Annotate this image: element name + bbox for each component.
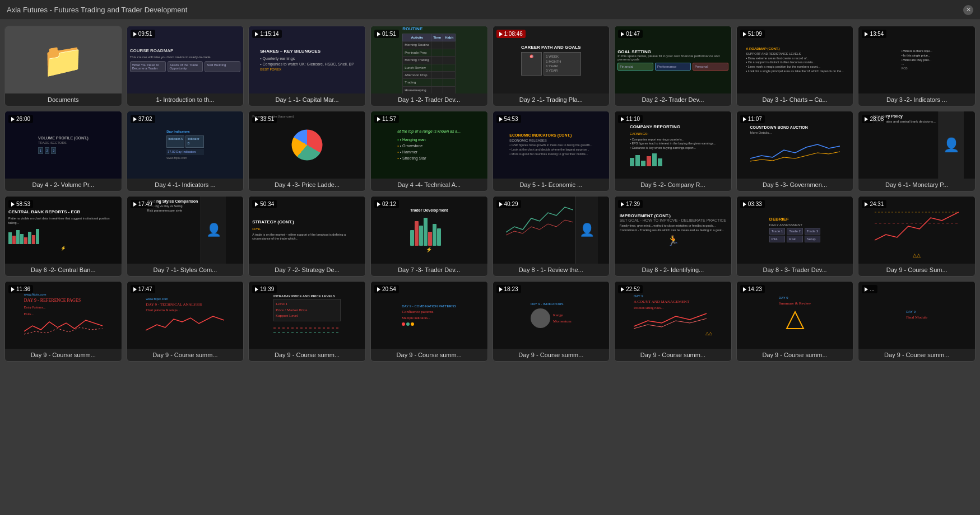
duration-badge: 22:52 [618, 285, 643, 293]
duration-badge: 09:51 [131, 30, 155, 38]
list-item[interactable]: 33:51 Presenter visible (face cam) Day 4… [248, 111, 366, 191]
thumbnail-preview: 09:51 COURSE ROADMAP This course will ta… [127, 26, 244, 93]
item-label: Day 9 - Course summ... [5, 349, 122, 361]
list-item[interactable]: 11:07 COUNTDOWN BOND AUCTION More Detail… [736, 111, 854, 191]
item-label: Day 9 - Course summ... [737, 349, 853, 361]
thumbnail-preview: 28:08 Monetary Policy Interest rates and… [858, 111, 975, 179]
item-label: Day 9 - Course summ... [493, 349, 610, 361]
play-icon [621, 202, 624, 207]
item-label: Day 8 - 2- Identifying... [615, 264, 731, 276]
list-item[interactable]: 11:57 at the top of a range is known as … [370, 111, 488, 191]
list-item[interactable]: 17:47 www.fitpix.com DAY 9 - TECHNICAL A… [127, 281, 244, 362]
play-icon [255, 287, 258, 292]
play-icon [743, 117, 746, 121]
item-label: Day 8 - 3- Trader Dev... [737, 264, 853, 276]
list-item[interactable]: 14:23 DAY 9 Summary & Review Day 9 - Cou… [736, 281, 854, 362]
play-icon [743, 287, 746, 292]
title-bar: Axia Futures - Futures Trading and Trade… [0, 0, 980, 20]
play-icon [133, 287, 137, 292]
item-label: Day 9 - Course summ... [615, 349, 731, 361]
thumbnail-preview: 17:39 IMPROVEMENT (CONT.) SET GOAL - HOW… [615, 196, 731, 264]
play-icon [11, 287, 15, 292]
list-item[interactable]: 11:10 COMPANY REPORTING EARNINGS: • Comp… [614, 111, 732, 191]
duration-badge: 18:23 [496, 285, 521, 293]
play-icon [11, 202, 15, 207]
thumbnail-preview: 1:15:14 SHARES – KEY BILUNGCES • Quarter… [249, 26, 365, 93]
list-item[interactable]: 02:12 Trader Development ⚡ Day 7 -3- Tra… [370, 196, 488, 277]
thumbnail-preview: 📁 [5, 26, 122, 93]
list-item[interactable]: ... DAY 9 Final Module Day 9 - Course su… [858, 281, 976, 362]
list-item[interactable]: 22:52 DAY 9 A COUNT AND MANAGEMENT Posit… [614, 281, 732, 362]
list-item[interactable]: 58:53 CENTRAL BANK REPORTS - ECB Pattern… [4, 196, 122, 277]
list-item[interactable]: 11:36 www.fitpix.com DAY 9 - REFERENCE P… [4, 281, 122, 362]
close-button[interactable]: ✕ [963, 5, 973, 15]
thumbnail-preview: 01:51 ROUTINE ActivityTimeHabit Morning … [371, 26, 487, 93]
list-item[interactable]: 54:53 ECONOMIC INDICATORS (CONT.) ECONOM… [493, 111, 610, 191]
play-icon [499, 202, 503, 207]
play-icon [133, 202, 137, 207]
list-item[interactable]: 20:54 DAY 9 - COMBINATION PATTERNS Confl… [370, 281, 488, 362]
item-label: Day 2 -2- Trader Dev... [615, 93, 731, 106]
thumbnail-preview: 17:47 www.fitpix.com DAY 9 - TECHNICAL A… [127, 282, 244, 349]
list-item[interactable]: 51:09 A ROADMAP (CONT.) SUPPORT AND RESI… [736, 26, 854, 106]
thumbnail-preview: 03:33 DEBRIEF DAILY ASSESSMENT Trade 1 T… [737, 196, 853, 264]
list-item[interactable]: 01:47 GOAL SETTING In this space below, … [614, 26, 732, 106]
list-item[interactable]: 1:08:46 CAREER PATH AND GOALS 🎯 1 WEEK1 … [493, 26, 610, 106]
duration-badge: 11:10 [618, 115, 643, 123]
thumbnail-preview: 26:00 VOLUME PROFILE (CONT.) TRADE SECTO… [5, 111, 122, 179]
list-item[interactable]: 26:00 VOLUME PROFILE (CONT.) TRADE SECTO… [4, 111, 122, 191]
item-label: Day 5 -2- Company R... [615, 179, 731, 191]
list-item[interactable]: 24:31 △△ Day 9 - Course Sum... [858, 196, 976, 277]
thumbnail-preview: 54:53 ECONOMIC INDICATORS (CONT.) ECONOM… [493, 111, 610, 179]
thumbnail-preview: 19:39 INTRADAY PRICE AND PRICE LEVELS Le… [249, 282, 365, 349]
play-icon [621, 117, 624, 121]
thumbnail-preview: 51:09 A ROADMAP (CONT.) SUPPORT AND RESI… [737, 26, 853, 93]
list-item[interactable]: 50:34 STRATEGY (CONT.) FPNL A trade is o… [248, 196, 366, 277]
play-icon [377, 287, 380, 292]
duration-badge: 54:53 [496, 115, 521, 123]
item-label: Day 7 -2- Strategy De... [249, 264, 365, 276]
item-label: Day 9 - Course summ... [371, 349, 487, 361]
duration-badge: 17:39 [618, 200, 643, 208]
thumbnail-preview: 20:54 DAY 9 - COMBINATION PATTERNS Confl… [371, 282, 487, 349]
list-item[interactable]: 01:51 ROUTINE ActivityTimeHabit Morning … [370, 26, 488, 106]
item-label: Day 5 -3- Governmen... [737, 179, 853, 191]
thumbnail-preview: 33:51 Presenter visible (face cam) [249, 111, 365, 179]
list-item[interactable]: 37:02 Day Indicators Indicator A Indicat… [127, 111, 244, 191]
list-item[interactable]: 40:29 👤 Day 8 - 1- Review the... [493, 196, 610, 277]
duration-badge: 24:31 [862, 200, 886, 208]
list-item[interactable]: 13:54 • Where is there liqui... • Is thi… [858, 26, 976, 106]
duration-badge: 01:51 [374, 30, 399, 38]
thumbnail-preview: 50:34 STRATEGY (CONT.) FPNL A trade is o… [249, 196, 365, 264]
play-icon [255, 32, 258, 36]
thumbnail-preview: 11:36 www.fitpix.com DAY 9 - REFERENCE P… [5, 282, 122, 349]
item-label: Day 9 - Course summ... [858, 349, 975, 361]
play-icon [499, 32, 503, 36]
video-grid: 📁 Documents 09:51 COURSE ROADMAP This co… [0, 20, 980, 367]
duration-badge: 02:12 [374, 200, 399, 208]
folder-icon: 📁 [42, 40, 84, 80]
play-icon [743, 202, 746, 207]
list-item[interactable]: 28:08 Monetary Policy Interest rates and… [858, 111, 976, 191]
list-item[interactable]: 03:33 DEBRIEF DAILY ASSESSMENT Trade 1 T… [736, 196, 854, 277]
duration-badge: 17:47 [131, 285, 155, 293]
list-item[interactable]: 17:49 Trading Styles Comparison Scalping… [127, 196, 244, 277]
item-label: Day 6 -1- Monetary P... [858, 179, 975, 191]
list-item[interactable]: 18:23 DAY 9 - INDICATORS RangeMomentum D… [493, 281, 610, 362]
list-item[interactable]: 19:39 INTRADAY PRICE AND PRICE LEVELS Le… [248, 281, 366, 362]
duration-badge: 03:33 [740, 200, 765, 208]
item-label: Day 4 -3- Price Ladde... [249, 179, 365, 191]
play-icon [621, 32, 624, 36]
list-item[interactable]: 17:39 IMPROVEMENT (CONT.) SET GOAL - HOW… [614, 196, 732, 277]
play-icon [255, 202, 258, 207]
item-label: Day 4 -4- Technical A... [371, 179, 487, 191]
list-item[interactable]: 📁 Documents [4, 26, 122, 106]
list-item[interactable]: 09:51 COURSE ROADMAP This course will ta… [127, 26, 244, 106]
thumbnail-preview: 11:57 at the top of a range is known as … [371, 111, 487, 179]
duration-badge: 58:53 [8, 200, 33, 208]
duration-badge: 50:34 [252, 200, 277, 208]
list-item[interactable]: 1:15:14 SHARES – KEY BILUNGCES • Quarter… [248, 26, 366, 106]
play-icon [11, 117, 15, 121]
play-icon [377, 117, 380, 121]
duration-badge: 11:36 [8, 285, 33, 293]
